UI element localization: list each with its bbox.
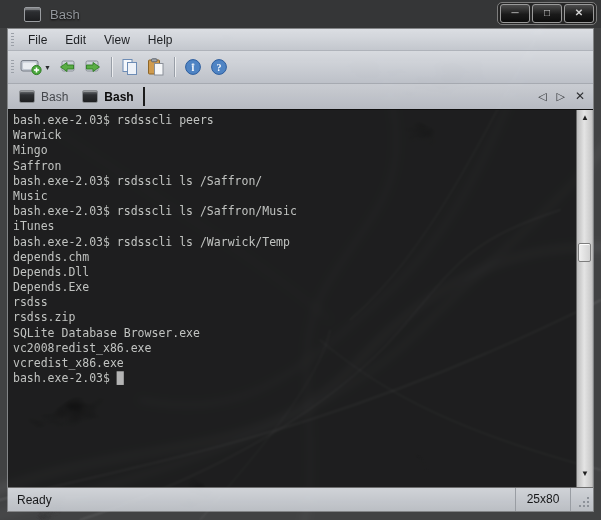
menubar-grip[interactable] xyxy=(11,33,14,47)
window-content-frame: File Edit View Help ▼ xyxy=(7,28,594,512)
toolbar: ▼ xyxy=(8,51,593,84)
terminal-line: vc2008redist_x86.exe xyxy=(13,341,573,356)
terminal-line: bash.exe-2.03$ rsdsscli ls /Saffron/ xyxy=(13,174,573,189)
terminal-line: bash.exe-2.03$ rsdsscli peers xyxy=(13,113,573,128)
close-button[interactable]: ✕ xyxy=(564,4,594,23)
terminal-line: bash.exe-2.03$ rsdsscli ls /Saffron/Musi… xyxy=(13,204,573,219)
green-arrow-left-icon xyxy=(57,59,77,75)
terminal-line: Depends.Dll xyxy=(13,265,573,280)
new-console-dropdown-button[interactable]: ▼ xyxy=(44,64,51,71)
terminal-line: Music xyxy=(13,189,573,204)
toolbar-separator xyxy=(174,57,175,77)
terminal-line: Warwick xyxy=(13,128,573,143)
status-text: Ready xyxy=(17,493,515,507)
menu-file[interactable]: File xyxy=(19,32,56,48)
toolbar-grip[interactable] xyxy=(11,60,14,74)
terminal-size-indicator: 25x80 xyxy=(515,488,571,511)
terminal-scrollbar[interactable]: ▲ ▼ xyxy=(576,110,593,487)
help-button[interactable]: ? xyxy=(207,54,231,80)
terminal-line: bash.exe-2.03$ rsdsscli ls /Warwick/Temp xyxy=(13,235,573,250)
copy-pages-icon xyxy=(120,58,140,76)
terminal-line: Depends.Exe xyxy=(13,280,573,295)
paste-clipboard-icon xyxy=(146,58,166,76)
active-tab-divider xyxy=(143,87,145,106)
paste-button[interactable] xyxy=(144,54,168,80)
green-arrow-right-icon xyxy=(83,59,103,75)
terminal-line: depends.chm xyxy=(13,250,573,265)
monitor-plus-icon xyxy=(20,58,44,76)
maximize-button[interactable]: □ xyxy=(532,4,562,23)
scroll-down-arrow-icon[interactable]: ▼ xyxy=(577,469,593,478)
about-button[interactable]: i xyxy=(181,54,205,80)
terminal-line: vcredist_x86.exe xyxy=(13,356,573,371)
terminal-cursor: █ xyxy=(117,371,124,385)
console-tab-icon xyxy=(82,90,98,103)
scroll-up-arrow-icon[interactable]: ▲ xyxy=(577,113,593,122)
toolbar-separator xyxy=(111,57,112,77)
titlebar[interactable]: Bash ─ □ ✕ xyxy=(0,0,601,28)
terminal-line: iTunes xyxy=(13,219,573,234)
menu-view[interactable]: View xyxy=(95,32,139,48)
menu-edit[interactable]: Edit xyxy=(56,32,95,48)
info-circle-icon: i xyxy=(184,58,202,76)
resize-grip-icon xyxy=(579,497,590,508)
terminal-line: Mingo xyxy=(13,143,573,158)
tab-bar: Bash Bash ◁ ▷ ✕ xyxy=(8,84,593,110)
terminal-prompt-line: bash.exe-2.03$ █ xyxy=(13,371,573,386)
help-circle-icon: ? xyxy=(210,58,228,76)
new-console-button[interactable] xyxy=(20,54,44,80)
close-tab-icon[interactable]: ✕ xyxy=(570,84,593,109)
terminal-prompt: bash.exe-2.03$ xyxy=(13,371,117,385)
tab-label: Bash xyxy=(41,90,68,104)
green-arrow-right-button[interactable] xyxy=(81,54,105,80)
terminal-screen[interactable]: bash.exe-2.03$ rsdsscli peers Warwick Mi… xyxy=(8,110,593,487)
console-window: Bash ─ □ ✕ File Edit View Help xyxy=(0,0,601,520)
caption-buttons: ─ □ ✕ xyxy=(497,2,597,25)
terminal-output: bash.exe-2.03$ rsdsscli peers Warwick Mi… xyxy=(13,113,573,386)
scroll-tabs-left-icon[interactable]: ◁ xyxy=(533,84,551,109)
tab-bash-2-active[interactable]: Bash xyxy=(75,84,140,109)
copy-button[interactable] xyxy=(118,54,142,80)
scrollbar-thumb[interactable] xyxy=(578,243,591,262)
console-app-icon xyxy=(24,7,41,22)
console-tab-icon xyxy=(19,90,35,103)
tab-bash-1[interactable]: Bash xyxy=(12,84,75,109)
menu-help[interactable]: Help xyxy=(139,32,182,48)
tab-label: Bash xyxy=(104,90,133,104)
minimize-button[interactable]: ─ xyxy=(500,4,530,23)
scroll-tabs-right-icon[interactable]: ▷ xyxy=(551,84,569,109)
menubar: File Edit View Help xyxy=(8,29,593,51)
terminal-line: rsdss xyxy=(13,295,573,310)
window-title: Bash xyxy=(50,7,80,22)
green-arrow-left-button[interactable] xyxy=(55,54,79,80)
status-bar: Ready 25x80 xyxy=(8,487,593,511)
terminal-line: SQLite Database Browser.exe xyxy=(13,326,573,341)
svg-text:?: ? xyxy=(216,62,221,73)
resize-grip[interactable] xyxy=(571,488,593,511)
terminal-line: rsdss.zip xyxy=(13,310,573,325)
svg-text:i: i xyxy=(192,62,195,73)
terminal-line: Saffron xyxy=(13,159,573,174)
